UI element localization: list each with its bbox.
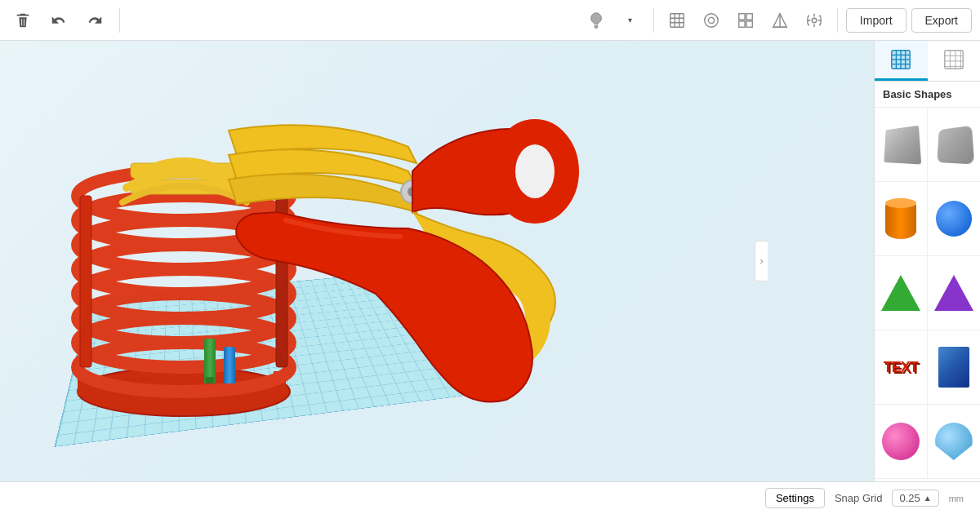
main-content: Workplane [0,41,980,481]
import-button[interactable]: Import [846,8,906,33]
shape-pyramid-green[interactable] [875,256,928,330]
shape-sphere-pink[interactable] [875,405,928,478]
dropdown-arrow-icon: ▾ [628,16,632,24]
divider1 [119,8,120,33]
shape-sphere[interactable] [928,182,981,255]
svg-rect-21 [80,196,91,367]
rounded-box-visual [937,126,974,165]
partial-visual [935,423,973,460]
export-button[interactable]: Export [911,8,972,33]
view-btn-1[interactable] [662,6,692,35]
shape-row-2 [875,182,980,256]
shape-box-blue[interactable] [928,330,981,404]
svg-point-1 [705,13,719,27]
toolbar: ▾ [0,0,980,41]
green-screw [204,339,216,383]
shape-pyramid-purple[interactable] [928,256,981,330]
status-bar: Settings Snap Grid 0.25 ▲ mm [0,481,980,514]
shape-text[interactable]: TEXT [875,330,928,404]
text-visual: TEXT [884,359,918,376]
view-btn-4[interactable] [765,6,795,35]
panel-tabs [875,41,980,82]
snap-grid-arrow-icon[interactable]: ▲ [924,494,932,503]
svg-point-7 [812,18,817,23]
small-objects [204,339,235,383]
pyramid-purple-visual [934,275,973,311]
shape-row-5 [875,405,980,479]
tab-shapes[interactable] [928,41,981,81]
divider3 [837,8,838,33]
delete-button[interactable] [8,6,38,35]
scissors-object [180,65,588,408]
view-btn-5[interactable] [800,6,829,35]
svg-rect-5 [739,20,745,26]
svg-rect-3 [739,13,745,19]
shape-box[interactable] [875,108,928,181]
shape-cylinder[interactable] [875,182,928,255]
sphere-visual [936,201,972,237]
viewport[interactable]: Workplane [0,41,874,481]
redo-button[interactable] [80,6,109,35]
box-blue-visual [938,347,969,388]
svg-rect-6 [746,20,752,26]
tab-grid[interactable] [875,41,928,81]
blue-cylinder [224,347,235,383]
bulb-button[interactable] [581,6,611,35]
snap-grid-label: Snap Grid [835,492,883,504]
view-btn-3[interactable] [731,6,760,35]
sphere-pink-visual [882,423,920,460]
shape-partial[interactable] [928,405,981,478]
snap-grid-control[interactable]: 0.25 ▲ [892,490,938,507]
unit-label: mm [949,494,964,503]
svg-rect-37 [945,51,963,69]
panel-collapse-handle[interactable]: › [755,241,768,281]
toolbar-right: ▾ [581,6,972,35]
snap-grid-value: 0.25 [899,492,920,504]
undo-button[interactable] [44,6,74,35]
view-btn-2[interactable] [697,6,726,35]
shape-row-4: TEXT [875,330,980,405]
settings-button[interactable]: Settings [765,488,825,508]
pyramid-green-visual [881,275,920,311]
box-visual [884,126,921,165]
panel-section-title: Basic Shapes [875,82,980,108]
svg-rect-0 [670,13,684,27]
divider2 [653,8,654,33]
shape-rounded-box[interactable] [928,108,981,181]
svg-point-26 [515,144,555,198]
shape-row-3 [875,256,980,330]
shapes-grid: TEXT [875,108,980,481]
cylinder-visual [885,198,916,239]
shape-row-1 [875,108,980,182]
svg-point-2 [708,17,714,23]
svg-rect-4 [746,13,752,19]
right-panel: Basic Shapes [874,41,980,481]
dropdown-button[interactable]: ▾ [616,6,645,35]
